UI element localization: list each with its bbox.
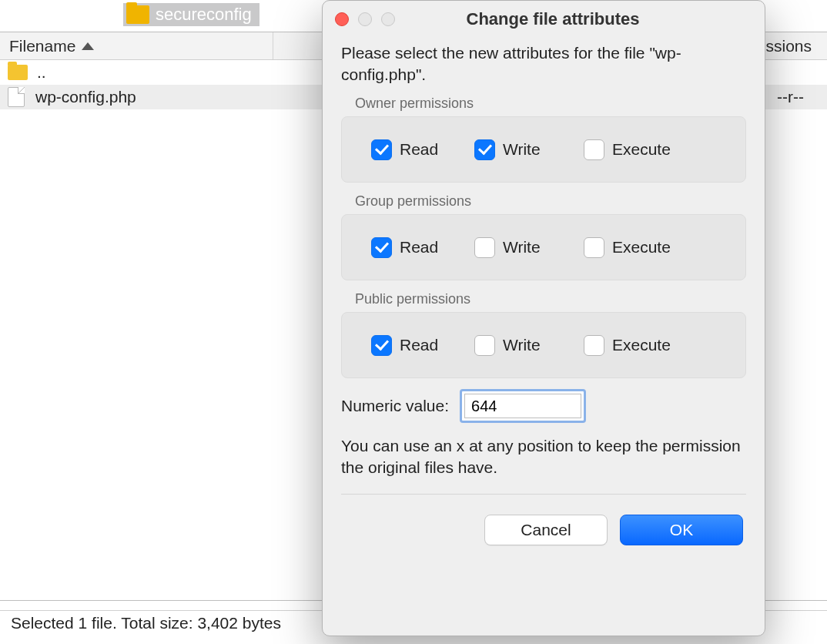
column-header-filename-label: Filename (9, 37, 75, 55)
ok-button[interactable]: OK (620, 515, 743, 545)
checkbox-label: Execute (612, 238, 671, 257)
public-permissions-group: Read Write Execute (341, 312, 746, 378)
cancel-button[interactable]: Cancel (484, 515, 608, 545)
status-text: Selected 1 file. Total size: 3,402 bytes (11, 614, 281, 632)
checkbox-label: Read (400, 336, 438, 354)
checkbox-label: Execute (612, 336, 671, 354)
owner-execute-checkbox[interactable] (584, 139, 604, 160)
public-execute-checkbox[interactable] (584, 335, 604, 356)
checkbox-label: Execute (612, 140, 671, 159)
dialog-titlebar: Change file attributes (323, 1, 765, 38)
button-label: Cancel (521, 521, 571, 539)
group-read-checkbox[interactable] (371, 237, 392, 258)
change-attributes-dialog: Change file attributes Please select the… (322, 0, 765, 636)
numeric-value-input[interactable] (464, 394, 581, 418)
group-permissions-group: Read Write Execute (341, 214, 746, 280)
file-icon (8, 87, 25, 107)
public-read-checkbox[interactable] (371, 335, 392, 356)
numeric-value-focus-ring (460, 389, 586, 423)
list-item-label: .. (37, 63, 46, 82)
check-icon (374, 141, 388, 156)
list-item-label: wp-config.php (35, 88, 136, 106)
check-icon (374, 337, 388, 351)
list-item-permissions: --r-- (777, 88, 827, 106)
group-permissions-label: Group permissions (355, 193, 746, 210)
button-label: OK (670, 521, 693, 539)
dialog-title: Change file attributes (353, 9, 752, 29)
owner-permissions-label: Owner permissions (355, 96, 746, 112)
folder-icon (8, 65, 28, 80)
close-icon[interactable] (335, 12, 349, 26)
checkbox-label: Write (503, 238, 541, 257)
owner-permissions-group: Read Write Execute (341, 116, 746, 183)
column-header-filename[interactable]: Filename (0, 32, 273, 59)
checkbox-label: Write (503, 336, 541, 354)
checkbox-label: Read (400, 140, 438, 159)
sort-ascending-icon (82, 42, 94, 50)
dialog-instruction: Please select the new attributes for the… (341, 42, 746, 85)
folder-icon (126, 5, 149, 24)
owner-read-checkbox[interactable] (371, 139, 392, 160)
owner-write-checkbox[interactable] (474, 139, 495, 160)
public-write-checkbox[interactable] (474, 335, 495, 356)
checkbox-label: Read (400, 238, 438, 257)
column-header-permissions-suffix: ssions (765, 37, 812, 55)
checkbox-label: Write (503, 140, 541, 159)
check-icon (374, 239, 388, 253)
group-write-checkbox[interactable] (474, 237, 495, 258)
check-icon (477, 141, 491, 156)
public-permissions-label: Public permissions (355, 291, 746, 307)
numeric-hint: You can use an x at any position to keep… (341, 435, 746, 494)
group-execute-checkbox[interactable] (584, 237, 604, 258)
breadcrumb-label: secureconfig (156, 5, 252, 25)
numeric-value-label: Numeric value: (341, 397, 449, 415)
breadcrumb[interactable]: secureconfig (123, 3, 259, 26)
